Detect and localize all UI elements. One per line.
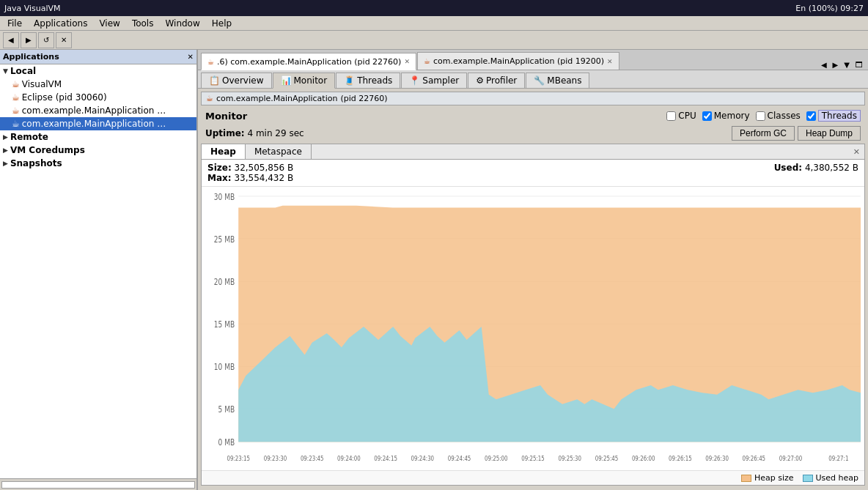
breadcrumb-suffix: (pid 22760)	[340, 94, 387, 103]
svg-text:09:24:30: 09:24:30	[411, 454, 435, 462]
tab-mbeans-label: MBeans	[547, 75, 581, 86]
expand-snapshots-icon: ▶	[3, 160, 8, 167]
monitor-title: Monitor	[205, 111, 247, 122]
tab-profiler-label: Profiler	[486, 75, 517, 86]
chart-tab-metaspace[interactable]: Metaspace	[246, 144, 312, 159]
size-value: 32,505,856 B	[235, 163, 294, 173]
sidebar: Applications ✕ ▼ Local ☕ VisualVM ☕ Ecli…	[0, 50, 198, 490]
toolbar-btn-2[interactable]: ▶	[21, 32, 37, 48]
tab-monitor[interactable]: 📊 Monitor	[273, 73, 336, 89]
classes-checkbox[interactable]	[756, 111, 765, 121]
menu-item-view[interactable]: View	[95, 18, 124, 29]
menu-item-applications[interactable]: Applications	[29, 18, 92, 29]
legend-heap-size: Heap size	[741, 473, 794, 483]
toolbar-btn-4[interactable]: ✕	[56, 32, 72, 48]
expand-remote-icon: ▶	[3, 133, 8, 141]
sidebar-item-local-label: Local	[10, 66, 36, 76]
uptime-value: 4 min 29 sec	[247, 128, 304, 138]
threads-icon: 🧵	[344, 75, 355, 86]
svg-text:09:26:00: 09:26:00	[632, 454, 655, 462]
memory-checkbox-group: Memory	[702, 111, 750, 121]
tab-maximize[interactable]: 🗖	[853, 60, 865, 70]
sidebar-item-local[interactable]: ▼ Local	[0, 64, 196, 78]
legend-used-heap-color	[803, 475, 813, 482]
action-buttons: Perform GC Heap Dump	[732, 126, 861, 141]
max-value: 33,554,432 B	[234, 173, 293, 183]
tab-scroll-right[interactable]: ▶	[831, 60, 841, 70]
sidebar-item-eclipse[interactable]: ☕ Eclipse (pid 30060)	[0, 91, 196, 104]
sidebar-item-visualvm[interactable]: ☕ VisualVM	[0, 78, 196, 91]
mbeans-icon: 🔧	[534, 75, 545, 86]
perform-gc-button[interactable]: Perform GC	[732, 126, 795, 141]
toolbar-btn-3[interactable]: ↺	[38, 32, 54, 48]
doc-tab-22760[interactable]: ☕ .6) com.example.MainApplication (pid 2…	[201, 53, 416, 70]
memory-checkbox[interactable]	[702, 111, 712, 121]
heap-chart-svg: 30 MB 25 MB 20 MB 15 MB 10 MB 5 MB 0 MB	[202, 187, 864, 470]
svg-text:15 MB: 15 MB	[214, 319, 235, 329]
doc-tab-19200-close[interactable]: ✕	[607, 58, 613, 65]
sidebar-header: Applications ✕	[0, 50, 196, 64]
menubar: FileApplicationsViewToolsWindowHelp	[0, 16, 868, 31]
tab-overview-label: Overview	[222, 75, 264, 86]
tab-sampler[interactable]: 📍 Sampler	[401, 73, 467, 88]
tab-threads[interactable]: 🧵 Threads	[336, 73, 400, 88]
svg-text:09:27:00: 09:27:00	[779, 454, 803, 462]
svg-text:5 MB: 5 MB	[218, 404, 235, 414]
breadcrumb-bar: ☕ com.example.MainApplication (pid 22760…	[201, 92, 865, 105]
menu-item-help[interactable]: Help	[207, 18, 236, 29]
chart-info-left: Size: 32,505,856 B Max: 33,554,432 B	[207, 163, 293, 183]
doc-tab-22760-close[interactable]: ✕	[404, 58, 410, 65]
tab-scroll-down[interactable]: ▼	[842, 60, 852, 70]
sidebar-scrollbar[interactable]	[0, 478, 196, 490]
svg-text:09:25:15: 09:25:15	[521, 454, 545, 462]
chart-close-btn[interactable]: ✕	[849, 146, 864, 158]
monitor-checkboxes: CPU Memory Classes Threads	[666, 110, 861, 122]
svg-text:09:27:1: 09:27:1	[828, 454, 848, 462]
sidebar-close-btn[interactable]: ✕	[188, 53, 194, 61]
toolbar: ◀ ▶ ↺ ✕	[0, 31, 868, 50]
sidebar-tree: ▼ Local ☕ VisualVM ☕ Eclipse (pid 30060)…	[0, 64, 196, 170]
doc-tab-22760-label: .6) com.example.MainApplication (pid 227…	[217, 57, 401, 67]
toolbar-btn-1[interactable]: ◀	[3, 32, 19, 48]
uptime-label: Uptime:	[205, 128, 245, 138]
profiler-icon: ⚙	[476, 75, 484, 86]
sidebar-item-snapshots[interactable]: ▶ Snapshots	[0, 157, 196, 170]
sidebar-item-vmcoredumps[interactable]: ▶ VM Coredumps	[0, 144, 196, 157]
sidebar-item-app2[interactable]: ☕ com.example.MainApplication (pid...	[0, 117, 196, 130]
cpu-checkbox[interactable]	[666, 111, 676, 121]
chart-tab-heap[interactable]: Heap	[202, 144, 246, 159]
sidebar-item-remote[interactable]: ▶ Remote	[0, 130, 196, 144]
heap-dump-button[interactable]: Heap Dump	[798, 126, 861, 141]
classes-label: Classes	[768, 111, 801, 121]
tab-overview[interactable]: 📋 Overview	[201, 73, 272, 88]
main-layout: Applications ✕ ▼ Local ☕ VisualVM ☕ Ecli…	[0, 50, 868, 490]
app2-icon: ☕	[12, 119, 20, 129]
threads-checkbox[interactable]	[806, 111, 816, 121]
chart-tabs: Heap Metaspace ✕	[202, 144, 864, 160]
threads-label: Threads	[818, 110, 861, 122]
visualvm-icon: ☕	[12, 79, 20, 89]
tab-scroll-left[interactable]: ◀	[819, 60, 829, 70]
size-label: Size:	[207, 163, 232, 173]
sidebar-item-app2-label: com.example.MainApplication (pid...	[22, 119, 169, 129]
doc-tab-19200[interactable]: ☕ com.example.MainApplication (pid 19200…	[417, 52, 619, 70]
svg-text:30 MB: 30 MB	[214, 192, 235, 201]
legend-used-heap-label: Used heap	[816, 473, 859, 483]
doc-tab-scroll: ◀ ▶ ▼ 🗖	[819, 60, 868, 70]
menu-item-window[interactable]: Window	[161, 18, 204, 29]
sidebar-item-app1[interactable]: ☕ com.example.MainApplication (pid...	[0, 104, 196, 117]
size-row: Size: 32,505,856 B	[207, 163, 293, 173]
chart-legend: Heap size Used heap	[202, 470, 864, 485]
doc-tab-22760-icon: ☕	[207, 58, 214, 66]
memory-label: Memory	[714, 111, 750, 121]
sidebar-item-vmcoredumps-label: VM Coredumps	[10, 145, 85, 155]
uptime-container: Uptime: 4 min 29 sec	[205, 128, 304, 138]
svg-text:0 MB: 0 MB	[218, 437, 235, 447]
expand-vmcore-icon: ▶	[3, 146, 8, 154]
breadcrumb-text: com.example.MainApplication	[216, 94, 338, 103]
tab-mbeans[interactable]: 🔧 MBeans	[526, 73, 589, 88]
system-tray: En (100%) 09:27	[795, 4, 864, 13]
menu-item-file[interactable]: File	[3, 18, 26, 29]
tab-profiler[interactable]: ⚙ Profiler	[468, 73, 525, 88]
menu-item-tools[interactable]: Tools	[128, 18, 158, 29]
